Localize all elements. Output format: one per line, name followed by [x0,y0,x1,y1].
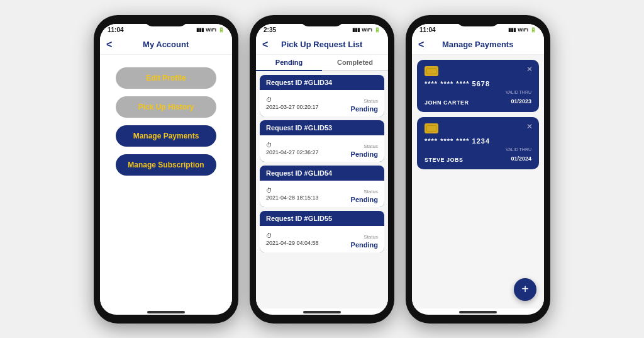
status-value-glid55: Pending [351,241,378,249]
wifi-icon: WiFi [206,27,216,33]
home-indicator-3 [459,311,497,313]
chip-icon-1 [425,66,438,76]
manage-payments-button[interactable]: Manage Payments [116,125,216,147]
phone3: 11:04 ▮▮▮ WiFi 🔋 < Manage Payments ✕ [406,15,550,324]
clock-icon-2: ⏱ [266,142,319,149]
card-number-2: **** **** **** 1234 [425,137,531,145]
edit-profile-button[interactable]: Edit Profile [116,67,216,89]
signal-icon-2: ▮▮▮ [352,27,360,33]
status-value-glid34: Pending [351,105,378,113]
request-card-glid53[interactable]: Request ID #GLID53 ⏱ 2021-04-27 02:36:27… [260,120,384,162]
request-date-glid54: ⏱ 2021-04-28 18:15:13 [266,187,319,201]
card-valid-1: VALID THRU 01/2023 [506,90,531,106]
request-card-glid55[interactable]: Request ID #GLID55 ⏱ 2021-04-29 04:04:58… [260,211,384,252]
status-value-glid54: Pending [351,196,378,203]
chip-lines-1 [426,68,436,74]
back-button-1[interactable]: < [106,39,112,50]
card-number-1: **** **** **** 5678 [425,80,531,87]
request-body-glid53: ⏱ 2021-04-27 02:36:27 Status Pending [260,135,384,162]
remove-card-1-button[interactable]: ✕ [526,65,533,74]
wifi-icon-2: WiFi [362,27,372,33]
battery-icon-2: 🔋 [374,27,380,33]
home-indicator-1 [147,311,185,313]
card-name-2: STEVE JOBS [425,157,464,163]
pickup-history-button[interactable]: Pick Up History [116,96,216,118]
clock-icon: ⏱ [266,96,319,103]
header-bar-2: < Pick Up Request List [256,35,388,55]
tabs-bar: Pending Completed [256,55,388,71]
manage-subscription-button[interactable]: Manage Subscription [116,154,216,176]
notch3 [456,15,500,26]
valid-thru-label-2: VALID THRU [506,147,531,152]
request-id-glid34: Request ID #GLID34 [260,75,384,90]
phone1: 11:04 ▮▮▮ WiFi 🔋 < My Account Edit Profi… [94,15,238,324]
back-button-2[interactable]: < [262,39,268,50]
account-menu: Edit Profile Pick Up History Manage Paym… [100,55,232,308]
battery-icon: 🔋 [218,27,225,33]
request-id-glid53: Request ID #GLID53 [260,120,384,135]
wifi-icon-3: WiFi [518,27,528,33]
tab-pending[interactable]: Pending [256,55,322,71]
signal-icon-3: ▮▮▮ [508,27,516,33]
request-card-glid54[interactable]: Request ID #GLID54 ⏱ 2021-04-28 18:15:13… [260,166,384,207]
phones-container: 11:04 ▮▮▮ WiFi 🔋 < My Account Edit Profi… [81,3,563,336]
status-value-glid53: Pending [351,150,378,158]
payments-content: ✕ **** **** **** 5678 JOHN CARTER VALID … [412,55,544,308]
status-label: Status [364,98,378,104]
page-title-1: My Account [116,40,216,49]
request-id-glid55: Request ID #GLID55 [260,211,384,226]
payment-card-2: ✕ **** **** **** 1234 STEVE JOBS VALID T… [417,117,539,169]
request-body-glid34: ⏱ 2021-03-27 00:20:17 Status Pending [260,90,384,116]
status-icons-1: ▮▮▮ WiFi 🔋 [196,27,225,33]
tab-completed[interactable]: Completed [322,55,388,71]
page-title-3: Manage Payments [428,40,528,49]
request-status-glid53: Status Pending [351,139,378,158]
request-date-glid53: ⏱ 2021-04-27 02:36:27 [266,142,319,155]
status-icons-2: ▮▮▮ WiFi 🔋 [352,27,380,33]
add-card-button[interactable]: + [514,278,536,301]
request-status-glid34: Status Pending [351,94,378,113]
time-2: 2:35 [264,26,276,33]
request-card-glid34[interactable]: Request ID #GLID34 ⏱ 2021-03-27 00:20:17… [260,75,384,116]
status-label-2: Status [364,144,378,149]
valid-thru-label-1: VALID THRU [506,90,531,94]
phone1-screen: 11:04 ▮▮▮ WiFi 🔋 < My Account Edit Profi… [100,24,232,315]
request-status-glid55: Status Pending [351,230,378,249]
phone2-screen: 2:35 ▮▮▮ WiFi 🔋 < Pick Up Request List P… [256,24,388,315]
card-name-1: JOHN CARTER [425,99,469,106]
status-label-4: Status [364,234,378,240]
phone3-screen: 11:04 ▮▮▮ WiFi 🔋 < Manage Payments ✕ [412,24,544,315]
page-title-2: Pick Up Request List [272,40,372,49]
status-label-3: Status [364,189,378,194]
valid-date-2: 01/2024 [511,155,531,162]
battery-icon-3: 🔋 [530,27,536,33]
request-id-glid54: Request ID #GLID54 [260,166,384,181]
time-1: 11:04 [108,26,124,33]
header-bar-3: < Manage Payments [412,35,544,55]
notch1 [144,15,188,26]
request-date-glid34: ⏱ 2021-03-27 00:20:17 [266,96,319,110]
request-body-glid55: ⏱ 2021-04-29 04:04:58 Status Pending [260,226,384,252]
signal-icon: ▮▮▮ [196,27,204,33]
notch2 [300,15,344,26]
clock-icon-3: ⏱ [266,187,319,194]
card-info-row-1: JOHN CARTER VALID THRU 01/2023 [425,90,531,106]
card-valid-2: VALID THRU 01/2024 [506,147,531,163]
status-icons-3: ▮▮▮ WiFi 🔋 [508,27,536,33]
request-date-glid55: ⏱ 2021-04-29 04:04:58 [266,232,319,246]
chip-icon-2 [425,123,438,133]
clock-icon-4: ⏱ [266,232,319,239]
time-3: 11:04 [419,26,436,33]
back-button-3[interactable]: < [418,39,424,50]
home-indicator-2 [303,311,341,313]
requests-list: Request ID #GLID34 ⏱ 2021-03-27 00:20:17… [256,71,388,308]
phone2: 2:35 ▮▮▮ WiFi 🔋 < Pick Up Request List P… [250,15,394,324]
valid-date-1: 01/2023 [511,98,531,104]
remove-card-2-button[interactable]: ✕ [526,122,533,131]
payment-card-1: ✕ **** **** **** 5678 JOHN CARTER VALID … [417,60,539,112]
request-status-glid54: Status Pending [351,184,378,203]
chip-lines-2 [426,125,436,132]
header-bar-1: < My Account [100,35,232,55]
request-body-glid54: ⏱ 2021-04-28 18:15:13 Status Pending [260,181,384,207]
card-info-row-2: STEVE JOBS VALID THRU 01/2024 [425,147,531,163]
